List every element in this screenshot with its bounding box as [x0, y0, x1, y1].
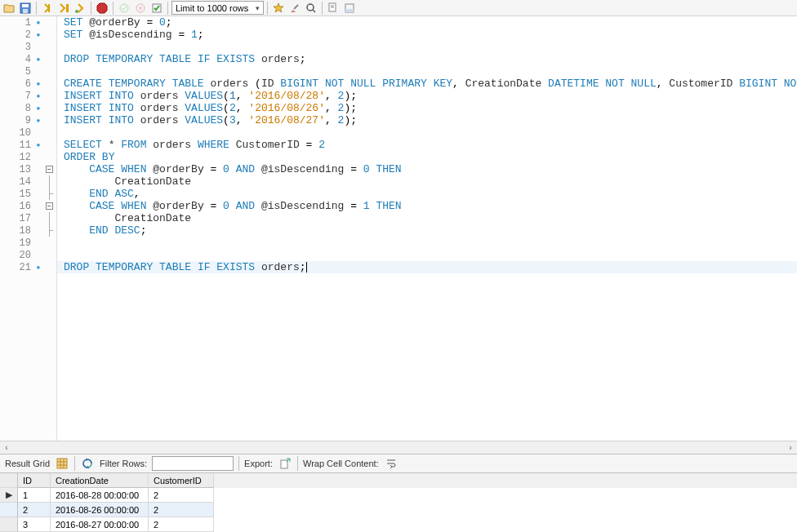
- svg-rect-16: [345, 9, 354, 12]
- result-divider: [74, 456, 75, 471]
- gutter-row: 4●: [0, 53, 56, 65]
- svg-point-6: [120, 4, 128, 12]
- toolbar-divider: [113, 2, 114, 15]
- cell-creationdate[interactable]: 2016-08-28 00:00:00: [51, 488, 149, 503]
- code-line[interactable]: SET @isDescending = 1;: [57, 29, 797, 41]
- cell-customerid[interactable]: 2: [149, 517, 214, 532]
- gutter-row: 19: [0, 237, 56, 249]
- gutter-row: 13−: [0, 163, 56, 175]
- code-line[interactable]: [57, 237, 797, 249]
- col-header-customerid[interactable]: CustomerID: [149, 473, 214, 488]
- sql-editor[interactable]: 1●2●34●56●7●8●9●1011●1213−141516−1718192…: [0, 16, 797, 441]
- snippets-icon[interactable]: [326, 2, 341, 15]
- cell-id[interactable]: 3: [18, 517, 51, 532]
- svg-rect-2: [23, 9, 28, 13]
- row-marker: [0, 503, 18, 517]
- code-line[interactable]: SELECT * FROM orders WHERE CustomerID = …: [57, 139, 797, 151]
- code-line[interactable]: [57, 65, 797, 78]
- svg-point-4: [75, 10, 78, 13]
- toolbar-divider: [36, 2, 37, 15]
- gutter-row: 10: [0, 126, 56, 139]
- export-label: Export:: [244, 459, 273, 468]
- gutter-row: 1●: [0, 16, 56, 29]
- wrap-icon[interactable]: [384, 456, 398, 471]
- code-line[interactable]: [57, 41, 797, 53]
- gutter-row: 17: [0, 212, 56, 224]
- toggle-panel-icon[interactable]: [342, 2, 357, 15]
- editor-hscrollbar[interactable]: ‹ ›: [0, 441, 797, 454]
- code-line[interactable]: INSERT INTO orders VALUES(1, '2016/08/28…: [57, 90, 797, 102]
- cell-creationdate[interactable]: 2016-08-26 00:00:00: [51, 503, 149, 517]
- code-line[interactable]: SET @orderBy = 0;: [57, 16, 797, 29]
- result-divider: [297, 456, 298, 471]
- limit-rows-select[interactable]: Limit to 1000 rows: [171, 1, 264, 15]
- code-line[interactable]: CASE WHEN @orderBy = 0 AND @isDescending…: [57, 163, 797, 175]
- gutter-row: 15: [0, 188, 56, 200]
- export-icon[interactable]: [278, 456, 292, 471]
- code-line[interactable]: END DESC;: [57, 224, 797, 237]
- code-line[interactable]: ORDER BY: [57, 151, 797, 163]
- result-grid[interactable]: ID CreationDate CustomerID ▶12016-08-28 …: [0, 473, 797, 532]
- execute-icon[interactable]: [40, 2, 55, 15]
- rollback-icon: [133, 2, 148, 15]
- code-line[interactable]: END ASC,: [57, 188, 797, 200]
- gutter-row: 6●: [0, 78, 56, 90]
- code-area[interactable]: SET @orderBy = 0;SET @isDescending = 1;D…: [57, 16, 797, 441]
- save-icon[interactable]: [18, 2, 33, 15]
- grid-corner: [0, 473, 18, 488]
- code-line[interactable]: [57, 249, 797, 261]
- cell-id[interactable]: 1: [18, 488, 51, 503]
- gutter-row: 12: [0, 151, 56, 163]
- grid-view-icon[interactable]: [55, 456, 69, 471]
- gutter-row: 9●: [0, 114, 56, 126]
- cell-customerid[interactable]: 2: [149, 488, 214, 503]
- fold-toggle[interactable]: −: [46, 166, 53, 173]
- code-line[interactable]: DROP TEMPORARY TABLE IF EXISTS orders;: [57, 53, 797, 65]
- refresh-icon[interactable]: [80, 456, 95, 471]
- toolbar-divider: [91, 2, 91, 15]
- brush-icon[interactable]: [287, 2, 302, 15]
- filter-rows-input[interactable]: [152, 456, 234, 471]
- cell-customerid[interactable]: 2: [149, 503, 214, 517]
- stop-icon[interactable]: [95, 2, 109, 15]
- cell-creationdate[interactable]: 2016-08-27 00:00:00: [51, 517, 149, 532]
- fold-toggle[interactable]: −: [46, 202, 53, 210]
- svg-marker-5: [97, 3, 107, 13]
- gutter-row: 21●: [0, 261, 56, 273]
- result-divider: [238, 456, 239, 471]
- result-toolbar: Result Grid Filter Rows: Export: Wrap Ce…: [0, 454, 797, 473]
- col-header-creationdate[interactable]: CreationDate: [51, 473, 149, 488]
- code-line[interactable]: CASE WHEN @orderBy = 0 AND @isDescending…: [57, 200, 797, 212]
- table-row[interactable]: ▶12016-08-28 00:00:002: [0, 488, 797, 503]
- table-row[interactable]: 32016-08-27 00:00:002: [0, 517, 797, 532]
- gutter-row: 16−: [0, 200, 56, 212]
- row-marker: ▶: [0, 488, 18, 503]
- explain-icon[interactable]: [73, 2, 87, 15]
- code-line[interactable]: INSERT INTO orders VALUES(3, '2016/08/27…: [57, 114, 797, 126]
- toolbar-divider: [167, 2, 168, 15]
- code-line[interactable]: CREATE TEMPORARY TABLE orders (ID BIGINT…: [57, 78, 797, 90]
- code-line[interactable]: DROP TEMPORARY TABLE IF EXISTS orders;: [57, 261, 797, 273]
- code-line[interactable]: CreationDate: [57, 175, 797, 188]
- code-line[interactable]: INSERT INTO orders VALUES(2, '2016/08/26…: [57, 102, 797, 114]
- open-file-icon[interactable]: [2, 2, 16, 15]
- find-icon[interactable]: [304, 2, 318, 15]
- cell-id[interactable]: 2: [18, 503, 51, 517]
- toolbar-divider: [322, 2, 323, 15]
- grid-header: ID CreationDate CustomerID: [0, 473, 797, 488]
- scroll-left-icon[interactable]: ‹: [0, 441, 13, 454]
- code-line[interactable]: [57, 126, 797, 139]
- code-line[interactable]: CreationDate: [57, 212, 797, 224]
- scroll-right-icon[interactable]: ›: [784, 441, 797, 454]
- svg-rect-1: [22, 4, 29, 7]
- svg-point-10: [307, 4, 314, 11]
- execute-current-icon[interactable]: [56, 2, 71, 15]
- beautify-icon[interactable]: [271, 2, 286, 15]
- gutter-row: 18: [0, 224, 56, 237]
- gutter-row: 11●: [0, 139, 56, 151]
- autocommit-icon[interactable]: [149, 2, 164, 15]
- toolbar-divider: [267, 2, 268, 15]
- col-header-id[interactable]: ID: [18, 473, 51, 488]
- svg-rect-17: [57, 459, 67, 468]
- table-row[interactable]: 22016-08-26 00:00:002: [0, 503, 797, 517]
